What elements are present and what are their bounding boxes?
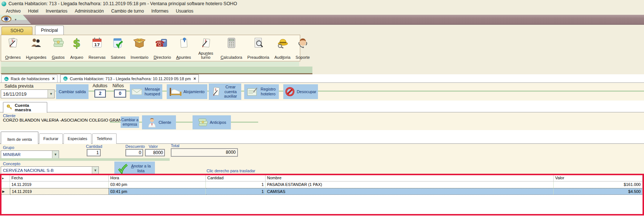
cash-count-button[interactable]: $Arqueo	[67, 36, 86, 60]
document-tab-2[interactable]: Cuenta Habitacion: 713 - Llegada fecha/h…	[60, 74, 199, 82]
toolbar-item-label: Reservas	[89, 55, 105, 60]
children-field[interactable]: 0	[114, 89, 126, 98]
tab-soho[interactable]: SOHO	[1, 27, 32, 35]
support-button[interactable]: Soporte	[293, 36, 312, 60]
value-field[interactable]	[145, 149, 165, 156]
menu-cambio-de-turno[interactable]: Cambio de turno	[107, 9, 148, 14]
svg-text:17: 17	[94, 43, 100, 47]
menu-administraci-n[interactable]: Administración	[71, 9, 108, 14]
cell-cantidad[interactable]: 1	[206, 188, 266, 195]
document-tab-label: Cuenta Habitacion: 713 - Llegada fecha/h…	[70, 77, 191, 81]
drag-hint: Clic derecho para trasladar	[207, 169, 255, 173]
cell-nombre[interactable]: CAMISAS	[266, 188, 554, 195]
cell-nombre[interactable]: PASADIA ESTANDAR (1 PAX)	[266, 181, 554, 188]
menu-inventarios[interactable]: Inventarios	[42, 9, 71, 14]
document-tab-1[interactable]: Rack de habitaciones×	[1, 75, 58, 82]
menu-archivo[interactable]: Archivo	[2, 9, 24, 14]
toolbar-item-label: Inventario	[131, 55, 148, 60]
discount-field[interactable]	[125, 149, 143, 156]
expenses-button[interactable]: Gastos	[49, 36, 67, 60]
charges-table[interactable]: ▸FechaHoraCantidadNombreValor14.11.20190…	[0, 174, 644, 215]
inventory-button[interactable]: Inventario	[128, 36, 151, 60]
cell-fecha[interactable]: 14.11.2019	[10, 188, 109, 195]
table-row[interactable]: ▶14.11.201903:41 pm1CAMISAS$4.500	[1, 188, 643, 195]
tab-tel-fono[interactable]: Teléfono	[92, 133, 117, 144]
eye-icon[interactable]	[1, 15, 12, 24]
menu-usuarios[interactable]: Usuarios	[172, 9, 197, 14]
chevron-down-icon[interactable]: ▼	[52, 151, 59, 158]
green-strip-upper	[1, 62, 299, 66]
guests-button[interactable]: Huespedes	[23, 36, 49, 60]
tab-facturar[interactable]: Facturar	[39, 133, 63, 144]
chevron-down-icon[interactable]: ▼	[48, 90, 54, 98]
column-header-fecha[interactable]: Fecha	[10, 175, 109, 181]
quantity-field[interactable]	[87, 149, 101, 156]
aux-account-button[interactable]: Crear cuenta auxiliar	[209, 84, 241, 100]
audit-button[interactable]: Auditoria	[272, 36, 293, 60]
departure-label: Salida prevista	[4, 84, 34, 89]
shift-notes-button[interactable]: Apuntes turno	[194, 36, 218, 60]
halls-icon	[111, 37, 125, 49]
cell-fecha[interactable]: 14.11.2019	[10, 181, 109, 188]
change-departure-button[interactable]: Cambiar salida	[56, 84, 89, 99]
lodging-button[interactable]: Alojamiento	[167, 84, 207, 99]
vacate-button[interactable]: Desocupar	[283, 84, 318, 99]
toolbar-item-label: Apuntes turno	[196, 51, 215, 60]
adults-field[interactable]: 2	[94, 89, 106, 98]
hotel-register-button[interactable]: Registro hotelero	[244, 84, 279, 99]
concept-value: CERVEZA NACIONAL S-B	[1, 168, 92, 173]
column-header-valor[interactable]: Valor	[554, 175, 643, 181]
toolbar-item-label: Huespedes	[26, 55, 46, 60]
column-header-hora[interactable]: Hora	[109, 175, 206, 181]
column-header-cantidad[interactable]: Cantidad	[206, 175, 266, 181]
person-icon	[147, 117, 157, 128]
tab-item-de-venta[interactable]: Item de venta	[1, 132, 38, 144]
cell-cantidad[interactable]: 1	[206, 181, 266, 188]
client-button[interactable]: Cliente	[142, 115, 176, 129]
column-header-nombre[interactable]: Nombre	[266, 175, 554, 181]
cell-valor[interactable]: $4.500	[554, 188, 643, 195]
row-indicator-header: ▸	[1, 175, 10, 181]
close-icon[interactable]: ×	[193, 76, 196, 81]
envelope-icon	[131, 88, 142, 96]
table-header-row: ▸FechaHoraCantidadNombreValor	[1, 175, 643, 181]
concept-select[interactable]: CERVEZA NACIONAL S-B ▼	[1, 166, 99, 174]
add-to-list-button[interactable]: Anotar a la lista	[114, 162, 155, 175]
advances-button[interactable]: Anticipos	[193, 115, 231, 129]
discount-label: Descuento	[125, 144, 145, 149]
chevron-down-icon[interactable]: ▼	[92, 167, 98, 174]
departure-date-combo[interactable]: 16/11/2019 ▼	[1, 89, 55, 98]
halls-button[interactable]: Salones	[108, 36, 128, 60]
cash-count-icon: $	[70, 37, 83, 49]
directory-button[interactable]: ☎Directorio	[151, 36, 173, 60]
document-tab-label: Rack de habitaciones	[11, 77, 49, 81]
menu-informes[interactable]: Informes	[148, 9, 172, 14]
preaudit-button[interactable]: Preauditoria	[245, 36, 272, 60]
toolbar-item-label: Directorio	[153, 55, 171, 60]
cell-hora[interactable]: 03:40 pm	[109, 181, 206, 188]
calculator-icon	[225, 37, 238, 49]
client-label: Cliente	[3, 113, 15, 118]
orders-button[interactable]: Ordenes	[3, 36, 23, 60]
total-field: 8000	[171, 148, 238, 157]
tab-especiales[interactable]: Especiales	[63, 133, 91, 144]
notes-button[interactable]: Apuntes	[174, 36, 194, 60]
close-icon[interactable]: ×	[52, 76, 55, 81]
sale-tabs: Item de ventaFacturarEspecialesTeléfono	[0, 130, 644, 144]
cell-hora[interactable]: 03:41 pm	[109, 188, 206, 195]
group-select[interactable]: MINIBAR ▼	[1, 150, 59, 159]
tab-master-account[interactable]: Cuenta maestra	[3, 102, 47, 113]
calculator-button[interactable]: Calculadora	[218, 36, 245, 60]
change-company-button[interactable]: Cambiar a empresa	[121, 116, 139, 128]
reservations-button[interactable]: 17Reservas	[86, 36, 108, 60]
guest-message-button[interactable]: Mensaje huesped	[130, 84, 162, 99]
departure-date-value: 16/11/2019	[1, 91, 48, 97]
cell-valor[interactable]: $161.000	[554, 181, 643, 188]
reservations-icon: 17	[90, 37, 104, 49]
tab-principal[interactable]: Principal	[35, 26, 64, 35]
menu-hotel[interactable]: Hotel	[24, 9, 42, 14]
concept-label: Concepto	[3, 162, 20, 166]
chevron-down-icon[interactable]: ▾	[15, 18, 17, 21]
table-row[interactable]: 14.11.201903:40 pm1PASADIA ESTANDAR (1 P…	[1, 181, 643, 188]
window-title: Cuenta Habitacion: 713 - Llegada fecha/h…	[8, 1, 237, 6]
